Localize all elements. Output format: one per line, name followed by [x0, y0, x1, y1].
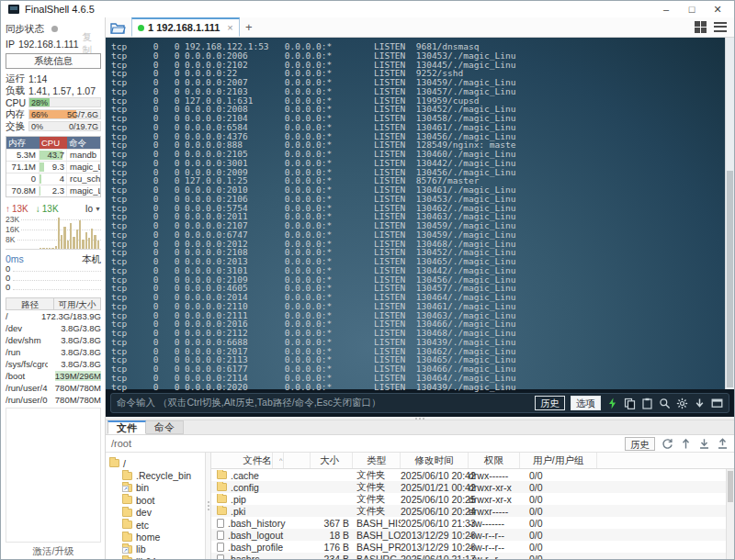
tree-item-recyclebin[interactable]: .Recycle_bin: [109, 469, 205, 481]
process-header-memory[interactable]: 内存: [6, 137, 40, 149]
cpu-percent: 28%: [31, 98, 48, 107]
file-icon: [217, 531, 224, 540]
disk-header-size[interactable]: 可用/大小: [54, 298, 100, 309]
file-row[interactable]: .cache文件夹2025/06/10 20:42drwx------0/0: [211, 469, 734, 481]
net-bar: [76, 230, 78, 249]
header-mtime[interactable]: 修改时间: [401, 453, 469, 468]
header-size[interactable]: 大小: [311, 453, 353, 468]
file-row[interactable]: .bash_history367 BBASH_HIS...2025/06/10 …: [211, 517, 734, 529]
session-tab[interactable]: 1 192.168.1.111 ×: [131, 17, 240, 37]
tree-item-[interactable]: /: [109, 457, 205, 469]
command-history-button[interactable]: 历史: [535, 396, 565, 410]
lightning-icon[interactable]: [606, 398, 618, 409]
disk-header-path[interactable]: 路径: [6, 298, 54, 309]
tree-item-home[interactable]: home: [109, 531, 205, 543]
terminal-scrollbar[interactable]: [725, 38, 734, 389]
folder-link-icon: [122, 484, 132, 492]
net-mode-dropdown[interactable]: Io▼: [85, 204, 101, 214]
monitor-icon[interactable]: [711, 398, 723, 409]
disk-row[interactable]: /sys/fs/cgroup3.8G/3.8G: [6, 358, 101, 370]
process-row[interactable]: 70.8M2.3magic_Lin...: [6, 185, 100, 196]
gear-icon[interactable]: [676, 398, 688, 409]
layout-grid-icon[interactable]: [695, 21, 707, 33]
header-type[interactable]: 类型: [353, 453, 401, 468]
file-owner: 0/0: [520, 494, 597, 505]
copy-icon[interactable]: [624, 398, 636, 409]
process-header-command[interactable]: 命令: [67, 137, 100, 149]
path-history-button[interactable]: 历史: [625, 437, 655, 451]
net-bar: [51, 248, 53, 249]
disk-row[interactable]: /run/user/0780M/780M: [6, 394, 101, 406]
tree-item-bin[interactable]: bin: [109, 482, 205, 494]
tree-item-boot[interactable]: boot: [109, 494, 205, 506]
file-name: .config: [231, 482, 259, 493]
disk-size: 780M/780M: [48, 394, 101, 406]
bottom-panel: 文件 命令 /root 历史 /.Recycle_binbinbootdevet…: [106, 420, 734, 559]
file-row[interactable]: .bash_profile176 BBASH_PR...2013/12/29 1…: [211, 541, 734, 553]
process-table[interactable]: 内存 CPU 命令 5.3M43.7mandb71.1M9.3magic_Lin…: [6, 136, 101, 197]
chevron-down-icon: ▼: [95, 206, 101, 212]
disk-row[interactable]: /dev/shm3.8G/3.8G: [6, 334, 101, 346]
file-row[interactable]: .bash_logout18 BBASH_LO...2013/12/29 10:…: [211, 529, 734, 541]
new-tab-button[interactable]: +: [240, 20, 258, 34]
hamburger-menu-icon[interactable]: [714, 21, 727, 33]
tree-item-lib64[interactable]: lib64: [109, 555, 205, 559]
file-perm: -rw-r--r--: [469, 554, 520, 560]
file-perm: drwxr-xr-x: [469, 494, 520, 505]
system-info-button[interactable]: 系统信息: [6, 53, 101, 69]
header-owner[interactable]: 用户/用户组: [520, 453, 597, 468]
process-row[interactable]: 04rcu_sched: [6, 173, 100, 185]
paste-icon[interactable]: [641, 398, 653, 409]
disk-table[interactable]: 路径 可用/大小 /172.3G/183.9G/dev3.8G/3.8G/dev…: [6, 297, 101, 406]
file-owner: 0/0: [520, 542, 597, 553]
header-filename[interactable]: 文件名^: [211, 453, 311, 468]
minimize-button[interactable]: –: [653, 2, 679, 17]
disk-row[interactable]: /run3.8G/3.8G: [6, 346, 101, 358]
tree-item-lib[interactable]: lib: [109, 543, 205, 555]
file-list-scrollbar-thumb[interactable]: [728, 471, 733, 502]
upload-icon[interactable]: [717, 438, 729, 450]
file-mtime: 2025/06/10 21:33: [401, 518, 469, 529]
arrow-up-icon[interactable]: [680, 438, 692, 450]
terminal-scrollbar-thumb[interactable]: [727, 171, 733, 387]
file-row[interactable]: .bashrc234 BBASHRC ...2025/06/10 21:17-r…: [211, 553, 734, 559]
directory-tree[interactable]: /.Recycle_binbinbootdevetchomeliblib64: [106, 453, 205, 559]
file-row[interactable]: .pki文件夹2025/06/10 20:24drwxr-----0/0: [211, 505, 734, 517]
process-command: mandb: [67, 150, 100, 161]
command-options-button[interactable]: 选项: [571, 396, 601, 410]
maximize-button[interactable]: □: [679, 2, 705, 17]
tree-item-dev[interactable]: dev: [109, 507, 205, 519]
refresh-icon[interactable]: [662, 438, 673, 450]
disk-path: /sys/fs/cgroup: [6, 358, 48, 370]
header-perm[interactable]: 权限: [469, 453, 520, 468]
process-row[interactable]: 5.3M43.7mandb: [6, 149, 100, 161]
disk-row[interactable]: /dev3.8G/3.8G: [6, 322, 101, 334]
download-icon[interactable]: [698, 438, 710, 450]
activate-upgrade-link[interactable]: 激活/升级: [6, 543, 101, 557]
close-button[interactable]: ✕: [705, 2, 730, 17]
disk-path: /dev/shm: [6, 334, 48, 346]
arrow-down-icon[interactable]: [694, 398, 706, 409]
disk-row[interactable]: /boot139M/296M: [6, 370, 101, 382]
tab-files[interactable]: 文件: [107, 420, 146, 434]
process-header-cpu[interactable]: CPU: [40, 137, 67, 149]
net-bar: [97, 241, 99, 249]
net-bar: [94, 235, 96, 249]
file-list-scrollbar[interactable]: [726, 469, 734, 559]
tab-commands[interactable]: 命令: [146, 420, 184, 434]
tree-splitter-handle[interactable]: [205, 453, 211, 559]
tree-item-etc[interactable]: etc: [109, 519, 205, 531]
tab-close-icon[interactable]: ×: [227, 22, 232, 33]
connections-folder-icon[interactable]: [110, 21, 126, 34]
net-bar: [58, 218, 60, 249]
current-path[interactable]: /root: [111, 438, 618, 449]
disk-row[interactable]: /run/user/42780M/780M: [6, 382, 101, 394]
disk-row[interactable]: /172.3G/183.9G: [6, 310, 101, 322]
net-bar: [55, 246, 57, 249]
file-row[interactable]: .pip文件夹2025/06/10 20:25drwxr-xr-x0/0: [211, 493, 734, 505]
process-row[interactable]: 71.1M9.3magic_Lin...: [6, 161, 100, 173]
terminal[interactable]: tcp 0 0 192.168.122.1:53 0.0.0.0:* LISTE…: [106, 38, 734, 389]
search-icon[interactable]: [659, 398, 671, 409]
command-input[interactable]: 命令输入 （双击Ctrl切换,Alt历史,Tab路径/命令,Esc关闭窗口） 历…: [110, 393, 729, 413]
file-row[interactable]: .config文件夹2025/01/21 00:42drwxr-xr-x0/0: [211, 481, 734, 493]
